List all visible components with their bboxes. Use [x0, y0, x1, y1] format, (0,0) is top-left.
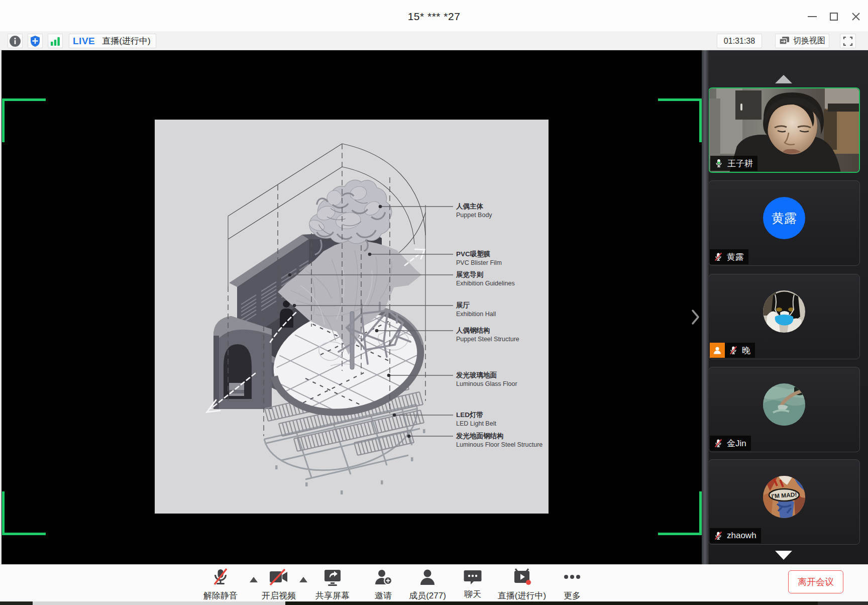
svg-text:Puppet Body: Puppet Body [456, 212, 492, 219]
svg-text:发光玻璃地面: 发光玻璃地面 [456, 371, 497, 379]
svg-text:LED灯带: LED灯带 [456, 411, 483, 419]
svg-text:PVC吸塑膜: PVC吸塑膜 [456, 250, 491, 258]
svg-text:展厅: 展厅 [456, 301, 470, 309]
svg-text:发光地面钢结构: 发光地面钢结构 [456, 432, 504, 440]
svg-text:LED Light Belt: LED Light Belt [456, 420, 496, 427]
svg-text:Exhibition Guidelines: Exhibition Guidelines [456, 280, 515, 287]
svg-text:Puppet Steel Structure: Puppet Steel Structure [456, 336, 519, 343]
svg-text:人偶主体: 人偶主体 [456, 203, 484, 210]
svg-text:Luminous Floor Steel Structure: Luminous Floor Steel Structure [456, 441, 542, 448]
svg-text:Luminous Glass Floor: Luminous Glass Floor [456, 380, 517, 387]
svg-text:人偶钢结构: 人偶钢结构 [456, 327, 490, 334]
svg-text:PVC Blister Film: PVC Blister Film [456, 259, 502, 266]
svg-text:Exhibition Hall: Exhibition Hall [456, 311, 496, 318]
svg-text:展览导则: 展览导则 [456, 271, 484, 278]
